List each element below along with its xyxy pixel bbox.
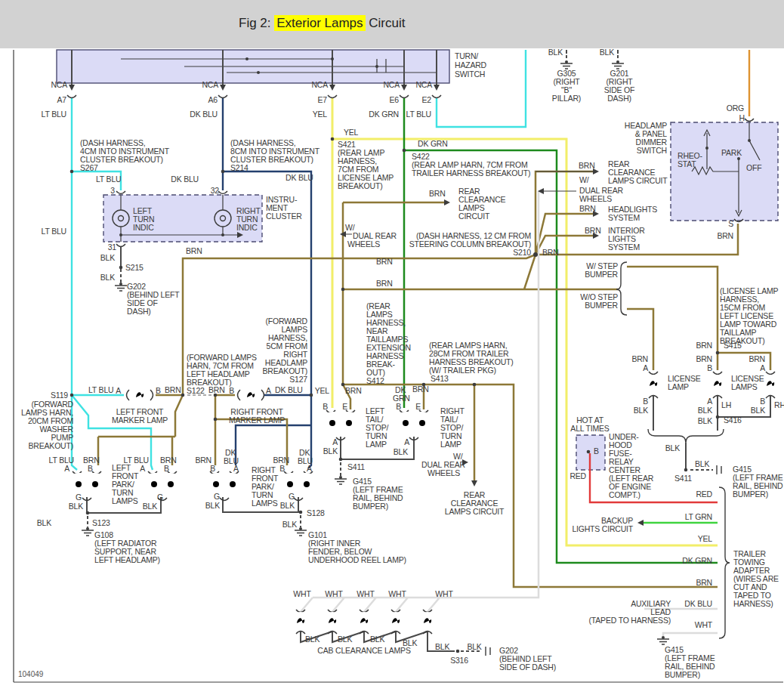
right-front-park-turn-lamp-1: [205, 473, 244, 496]
lt-blu-wires: [72, 50, 526, 470]
screen: Fig 2: Exterior Lamps Circuit: [0, 0, 784, 698]
license-lamp-rh-bulb: [761, 375, 779, 393]
red-wire: [590, 453, 718, 502]
ground-g108: [82, 527, 94, 536]
right-front-park-turn-lamp-2: [279, 473, 318, 496]
option-braces: [616, 262, 730, 638]
cab-clearance-bulb-4: [387, 612, 405, 630]
license-lamp-lh-bulb: [708, 375, 727, 393]
terminal-connectors: [67, 95, 775, 634]
ground-g101: [295, 527, 307, 536]
left-front-park-turn-lamp-1: [67, 473, 106, 496]
left-front-marker-lamp-bulb: [131, 386, 149, 404]
right-front-marker-lamp-bulb: [242, 386, 260, 404]
cab-clearance-bulb-3: [355, 612, 373, 630]
blk-dashed-wires: [88, 55, 713, 651]
inline-connector-icons: [486, 465, 721, 656]
cab-clearance-bulb-2: [323, 612, 341, 630]
ground-g305: [560, 60, 573, 69]
cab-clearance-bulb-1: [292, 612, 310, 630]
right-tail-stop-turn-lamp: [394, 412, 434, 434]
license-lamp-bulb: [644, 375, 662, 393]
ground-g201: [612, 60, 624, 69]
left-tail-stop-turn-lamp: [321, 412, 360, 434]
ground-g202-cluster: [115, 283, 127, 291]
ground-g415-tail: [335, 476, 347, 484]
ground-g415-trailer: [657, 636, 669, 644]
wiring-art-svg: [0, 0, 784, 698]
left-front-park-turn-lamp-2: [143, 473, 182, 496]
yel-wires: [332, 98, 718, 545]
dk-blu-wires: [223, 98, 311, 468]
figure-number: 104049: [18, 670, 43, 678]
cab-clearance-bulb-5: [418, 612, 437, 630]
